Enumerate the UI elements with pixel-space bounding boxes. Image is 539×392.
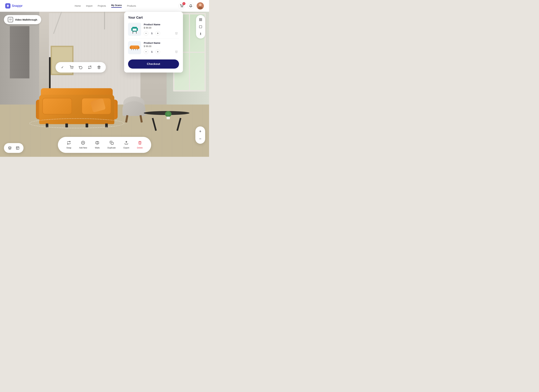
qty-increase-1[interactable]: + [155, 31, 160, 36]
svg-point-1 [72, 68, 73, 69]
chair-leg-b [140, 115, 143, 122]
logo-icon [5, 3, 10, 9]
quantity-control-1: − 1 + [144, 31, 171, 36]
table-leg-d [176, 118, 181, 131]
export-label: Export [124, 147, 129, 149]
export-tool[interactable]: Export [120, 140, 132, 150]
delete-tool[interactable]: Delete [134, 140, 146, 150]
doorway [10, 26, 29, 78]
walls-label: Walls [95, 147, 100, 149]
duplicate-tool[interactable]: Duplicate [104, 140, 119, 150]
nav-products[interactable]: Products [127, 5, 136, 7]
cart-dropdown: Your Cart Product Name $ 99.00 − 1 + [124, 12, 183, 73]
svg-rect-18 [137, 28, 138, 31]
svg-rect-16 [132, 27, 137, 29]
add-new-label: Add New [79, 147, 87, 149]
duplicate-label: Duplicate [107, 147, 116, 149]
svg-rect-41 [111, 142, 113, 144]
delete-icon [138, 141, 142, 146]
delete-item-button[interactable] [96, 64, 102, 70]
add-new-tool[interactable]: Add New [76, 140, 91, 150]
qty-decrease-2[interactable]: − [144, 49, 148, 54]
walls-tool[interactable]: Walls [92, 140, 103, 150]
svg-line-28 [131, 49, 132, 50]
add-to-cart-button[interactable] [69, 64, 74, 70]
zoom-controls: + − [195, 126, 205, 144]
swap-button[interactable] [87, 64, 93, 70]
check-button[interactable]: ✓ [59, 64, 65, 70]
svg-line-29 [138, 49, 138, 50]
svg-marker-8 [10, 19, 11, 20]
cart-item-name-1: Product Name [144, 23, 171, 26]
zoom-in-button[interactable]: + [197, 128, 204, 135]
notification-button[interactable] [188, 3, 194, 9]
sofa[interactable] [36, 85, 118, 124]
delete-label: Delete [137, 147, 143, 149]
nav-my-scans[interactable]: My Scans [111, 4, 122, 8]
logo-text: Snappr [12, 4, 23, 8]
cart-item-info-1: Product Name $ 99.00 − 1 + [144, 23, 171, 36]
svg-point-0 [71, 68, 71, 69]
view-mode-button[interactable] [197, 16, 204, 23]
svg-point-3 [183, 7, 183, 7]
bottom-toolbar: Swap Add New Walls Duplicate [58, 137, 151, 153]
tool-group [196, 15, 205, 39]
checkout-button[interactable]: Checkout [128, 59, 179, 69]
nav-logo: Snappr [5, 3, 23, 9]
zoom-out-button[interactable]: − [197, 135, 204, 142]
bottom-left-tools [4, 143, 24, 153]
cart-item-name-2: Product Name [144, 42, 171, 44]
export-icon [124, 141, 128, 146]
svg-line-21 [136, 32, 137, 33]
fullscreen-button[interactable] [197, 24, 204, 30]
cart-delete-1[interactable] [174, 30, 179, 36]
layout-button[interactable] [14, 145, 21, 151]
qty-decrease-1[interactable]: − [144, 31, 148, 36]
svg-rect-26 [131, 47, 134, 49]
cart-item-2: Product Name $ 99.00 − 1 + [128, 41, 179, 57]
svg-rect-9 [199, 19, 200, 19]
quantity-control-2: − 1 + [144, 49, 171, 54]
person-view-button[interactable] [197, 31, 204, 37]
svg-marker-32 [8, 146, 11, 148]
selection-ring [29, 118, 124, 128]
nav-links: Home Import Projects My Scans Products [32, 4, 178, 8]
svg-rect-11 [199, 20, 200, 21]
plant [165, 111, 172, 119]
swap-tool[interactable]: Swap [63, 140, 74, 150]
nav-projects[interactable]: Projects [98, 5, 106, 7]
nav-actions: 2 [178, 2, 204, 10]
cart-item-price-2: $ 99.00 [144, 45, 171, 48]
svg-rect-12 [201, 20, 202, 21]
cart-item-info-2: Product Name $ 99.00 − 1 + [144, 42, 171, 54]
svg-rect-25 [138, 46, 140, 49]
qty-value-1: 1 [150, 32, 154, 35]
cart-delete-2[interactable] [174, 49, 179, 54]
svg-rect-24 [130, 46, 131, 49]
accent-chair [121, 96, 147, 122]
sofa-cushion-left [43, 98, 72, 114]
nav-home[interactable]: Home [75, 5, 81, 7]
video-walkthrough-label: Video Walkthrough [15, 18, 37, 21]
cart-button[interactable]: 2 [178, 3, 185, 9]
video-walkthrough-button[interactable]: Video Walkthrough [4, 15, 41, 24]
layers-button[interactable] [6, 145, 13, 151]
chair-leg-a [125, 115, 128, 122]
context-toolbar: ✓ [56, 62, 106, 73]
svg-rect-10 [201, 19, 202, 19]
qty-increase-2[interactable]: + [155, 49, 160, 54]
svg-point-5 [199, 4, 202, 6]
undo-button[interactable] [78, 64, 84, 70]
add-new-icon [81, 141, 85, 146]
svg-point-14 [200, 33, 201, 33]
right-tools [196, 15, 205, 39]
cart-item-1: Product Name $ 99.00 − 1 + [128, 23, 179, 39]
plant-pot [167, 117, 170, 119]
svg-rect-13 [199, 26, 202, 28]
table-leg-c [152, 118, 157, 131]
nav-import[interactable]: Import [86, 5, 93, 7]
cart-item-image-1 [128, 23, 141, 36]
svg-line-20 [133, 32, 133, 33]
user-avatar[interactable] [197, 2, 204, 10]
svg-rect-33 [16, 147, 19, 150]
